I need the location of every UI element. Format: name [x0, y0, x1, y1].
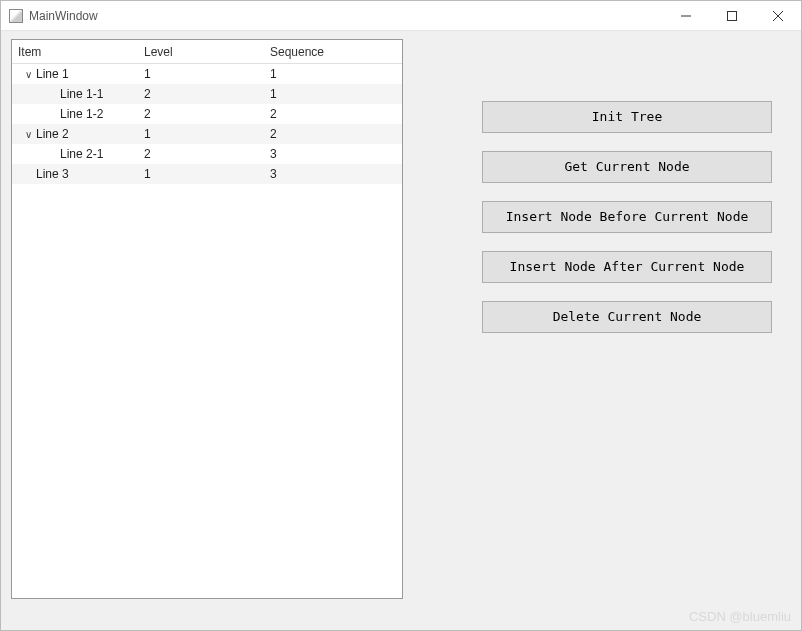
button-panel: Init Tree Get Current Node Insert Node B… — [463, 39, 791, 620]
tree-sequence-cell: 1 — [270, 87, 402, 101]
insert-before-button[interactable]: Insert Node Before Current Node — [482, 201, 772, 233]
tree-level-cell: 1 — [144, 167, 270, 181]
init-tree-button[interactable]: Init Tree — [482, 101, 772, 133]
window-controls — [663, 1, 801, 31]
tree-row[interactable]: Line 1-121 — [12, 84, 402, 104]
tree-sequence-cell: 1 — [270, 67, 402, 81]
tree-level-cell: 2 — [144, 147, 270, 161]
tree-sequence-cell: 2 — [270, 127, 402, 141]
app-icon — [9, 9, 23, 23]
get-current-node-button[interactable]: Get Current Node — [482, 151, 772, 183]
tree-sequence-cell: 3 — [270, 167, 402, 181]
delete-node-button[interactable]: Delete Current Node — [482, 301, 772, 333]
tree-row[interactable]: ∨Line 111 — [12, 64, 402, 84]
maximize-icon — [727, 11, 737, 21]
tree-item-cell: Line 1-1 — [12, 87, 144, 101]
tree-item-label: Line 3 — [36, 167, 69, 181]
header-sequence[interactable]: Sequence — [270, 45, 402, 59]
tree-item-label: Line 1 — [36, 67, 69, 81]
tree-level-cell: 1 — [144, 127, 270, 141]
tree-item-cell: Line 2-1 — [12, 147, 144, 161]
tree-item-cell: ∨Line 1 — [12, 67, 144, 81]
titlebar: MainWindow — [1, 1, 801, 31]
chevron-down-icon — [46, 148, 58, 160]
tree-item-cell: ∨Line 2 — [12, 127, 144, 141]
maximize-button[interactable] — [709, 1, 755, 31]
header-level[interactable]: Level — [144, 45, 270, 59]
chevron-down-icon — [46, 88, 58, 100]
minimize-button[interactable] — [663, 1, 709, 31]
tree-row[interactable]: ∨Line 212 — [12, 124, 402, 144]
tree-level-cell: 1 — [144, 67, 270, 81]
close-button[interactable] — [755, 1, 801, 31]
tree-sequence-cell: 3 — [270, 147, 402, 161]
tree-header: Item Level Sequence — [12, 40, 402, 64]
minimize-icon — [681, 11, 691, 21]
window-title: MainWindow — [29, 9, 98, 23]
tree-row[interactable]: Line 2-123 — [12, 144, 402, 164]
chevron-down-icon — [46, 108, 58, 120]
insert-after-button[interactable]: Insert Node After Current Node — [482, 251, 772, 283]
tree-item-label: Line 2-1 — [60, 147, 103, 161]
tree-level-cell: 2 — [144, 107, 270, 121]
tree-item-cell: Line 1-2 — [12, 107, 144, 121]
tree-body: ∨Line 111Line 1-121Line 1-222∨Line 212Li… — [12, 64, 402, 184]
chevron-down-icon[interactable]: ∨ — [22, 128, 34, 140]
content-area: Item Level Sequence ∨Line 111Line 1-121L… — [1, 31, 801, 630]
tree-row[interactable]: Line 313 — [12, 164, 402, 184]
tree-row[interactable]: Line 1-222 — [12, 104, 402, 124]
tree-item-cell: Line 3 — [12, 167, 144, 181]
tree-view[interactable]: Item Level Sequence ∨Line 111Line 1-121L… — [11, 39, 403, 599]
tree-item-label: Line 1-1 — [60, 87, 103, 101]
tree-sequence-cell: 2 — [270, 107, 402, 121]
watermark: CSDN @bluemliu — [689, 609, 791, 624]
close-icon — [773, 11, 783, 21]
chevron-down-icon — [22, 168, 34, 180]
chevron-down-icon[interactable]: ∨ — [22, 68, 34, 80]
tree-item-label: Line 1-2 — [60, 107, 103, 121]
svg-rect-1 — [728, 11, 737, 20]
tree-level-cell: 2 — [144, 87, 270, 101]
header-item[interactable]: Item — [12, 45, 144, 59]
tree-item-label: Line 2 — [36, 127, 69, 141]
